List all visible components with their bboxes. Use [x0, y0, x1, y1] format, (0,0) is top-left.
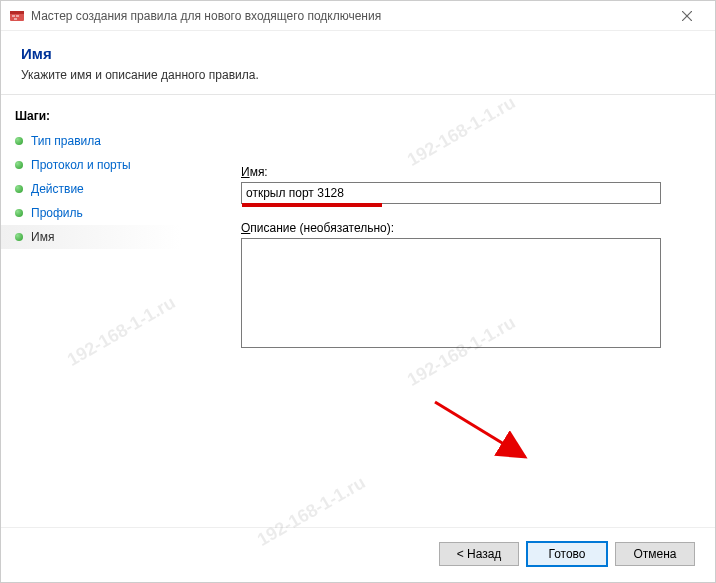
close-icon: [682, 11, 692, 21]
footer: < Назад Готово Отмена: [1, 527, 715, 582]
page-title: Имя: [21, 45, 695, 62]
bullet-icon: [15, 137, 23, 145]
steps-heading: Шаги:: [1, 105, 181, 129]
wizard-window: Мастер создания правила для нового входя…: [0, 0, 716, 583]
bullet-icon: [15, 233, 23, 241]
svg-rect-4: [14, 18, 17, 20]
step-rule-type[interactable]: Тип правила: [1, 129, 181, 153]
svg-rect-1: [10, 11, 24, 14]
name-label: Имя:: [241, 165, 691, 179]
step-profile[interactable]: Профиль: [1, 201, 181, 225]
bullet-icon: [15, 209, 23, 217]
svg-rect-2: [12, 15, 15, 17]
step-name[interactable]: Имя: [1, 225, 181, 249]
bullet-icon: [15, 161, 23, 169]
wizard-header: Имя Укажите имя и описание данного прави…: [1, 31, 715, 94]
description-label: Описание (необязательно):: [241, 221, 691, 235]
page-description: Укажите имя и описание данного правила.: [21, 68, 695, 82]
back-button[interactable]: < Назад: [439, 542, 519, 566]
close-button[interactable]: [667, 2, 707, 30]
firewall-icon: [9, 8, 25, 24]
wizard-body: Шаги: Тип правила Протокол и порты Дейст…: [1, 94, 715, 527]
svg-rect-3: [16, 15, 19, 17]
finish-button[interactable]: Готово: [527, 542, 607, 566]
description-textarea[interactable]: [241, 238, 661, 348]
main-panel: Имя: Описание (необязательно):: [181, 95, 715, 527]
step-label: Действие: [31, 182, 84, 196]
titlebar: Мастер создания правила для нового входя…: [1, 1, 715, 31]
bullet-icon: [15, 185, 23, 193]
steps-sidebar: Шаги: Тип правила Протокол и порты Дейст…: [1, 95, 181, 527]
step-label: Протокол и порты: [31, 158, 131, 172]
window-title: Мастер создания правила для нового входя…: [31, 9, 667, 23]
step-label: Имя: [31, 230, 54, 244]
step-protocol-ports[interactable]: Протокол и порты: [1, 153, 181, 177]
step-label: Профиль: [31, 206, 83, 220]
cancel-button[interactable]: Отмена: [615, 542, 695, 566]
step-label: Тип правила: [31, 134, 101, 148]
step-action[interactable]: Действие: [1, 177, 181, 201]
name-input[interactable]: [241, 182, 661, 204]
